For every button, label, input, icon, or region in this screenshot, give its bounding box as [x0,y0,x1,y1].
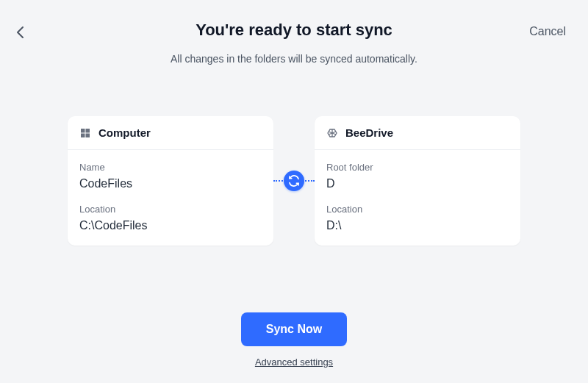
beedrive-location-value: D:\ [326,219,509,232]
advanced-settings-link[interactable]: Advanced settings [255,357,333,368]
page-subtitle: All changes in the folders will be synce… [0,53,588,65]
sync-icon [284,171,304,191]
beedrive-card-title: BeeDrive [345,126,393,139]
beedrive-location-label: Location [326,204,509,215]
chevron-left-icon [15,25,26,40]
svg-rect-2 [81,133,85,137]
computer-location-label: Location [79,204,262,215]
computer-name-label: Name [79,162,262,173]
computer-name-value: CodeFiles [79,177,262,190]
computer-card-title: Computer [98,126,151,139]
computer-card: Computer Name CodeFiles Location C:\Code… [68,116,273,246]
sync-now-button[interactable]: Sync Now [241,312,347,346]
beedrive-rootfolder-label: Root folder [326,162,509,173]
cancel-button[interactable]: Cancel [529,25,566,38]
computer-location-value: C:\CodeFiles [79,219,262,232]
computer-icon [79,127,91,139]
beedrive-icon [326,127,338,139]
beedrive-card: BeeDrive Root folder D Location D:\ [315,116,520,246]
beedrive-rootfolder-value: D [326,177,509,190]
svg-rect-3 [86,133,90,137]
back-button[interactable] [12,24,29,41]
svg-rect-1 [86,129,90,133]
sync-connector [273,116,315,246]
svg-rect-0 [81,129,85,133]
page-title: You're ready to start sync [0,21,588,40]
